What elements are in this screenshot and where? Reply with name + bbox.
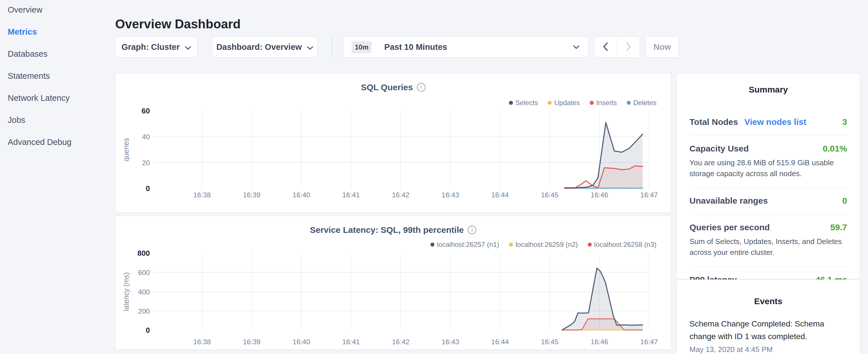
dashboard-dropdown[interactable]: Dashboard: Overview — [212, 37, 317, 58]
time-range-stepper — [594, 37, 640, 58]
summary-row-value: 3 — [842, 117, 847, 127]
events-list: Schema Change Completed: Schema change w… — [689, 318, 847, 354]
view-nodes-list-link[interactable]: View nodes list — [744, 117, 806, 127]
summary-row-capacity-used: Capacity Used0.01%You are using 28.6 MiB… — [689, 135, 847, 188]
sql-queries-plot: 16:3816:3916:4016:4116:4216:4316:4416:45… — [116, 73, 672, 213]
chevron-down-icon — [307, 42, 313, 52]
legend-dot-icon — [548, 101, 552, 105]
event-item[interactable]: Schema Change Completed: Schema change w… — [689, 318, 847, 354]
chart-legend: SelectsUpdatesInsertsDeletes — [509, 99, 657, 107]
sidebar-item-overview[interactable]: Overview — [8, 5, 72, 14]
legend-dot-icon — [509, 101, 513, 105]
svg-text:16:40: 16:40 — [292, 191, 310, 199]
legend-dot-icon — [590, 101, 594, 105]
event-text: Schema Change Completed: Schema change w… — [689, 318, 847, 343]
svg-text:0: 0 — [146, 184, 150, 193]
sidebar: OverviewMetricsDatabasesStatementsNetwor… — [8, 5, 72, 147]
legend-label: Selects — [516, 99, 538, 107]
previous-time-range-button[interactable] — [594, 37, 617, 57]
page-title: Overview Dashboard — [115, 17, 241, 31]
svg-text:16:38: 16:38 — [193, 191, 211, 199]
svg-text:40: 40 — [142, 133, 150, 141]
summary-row-unavailable-ranges: Unavailable ranges0 — [689, 188, 847, 214]
svg-text:16:39: 16:39 — [243, 191, 260, 199]
legend-label: Inserts — [596, 99, 617, 107]
svg-text:16:41: 16:41 — [342, 191, 360, 199]
graph-scope-dropdown[interactable]: Graph: Cluster — [115, 37, 197, 58]
graph-scope-dropdown-label: Graph: Cluster — [122, 42, 180, 52]
dashboard-dropdown-label: Dashboard: Overview — [216, 42, 302, 52]
legend-label: localhost:26259 (n2) — [516, 240, 578, 249]
service-latency-plot: 16:3816:3916:4016:4116:4216:4316:4416:45… — [116, 216, 672, 350]
svg-text:16:43: 16:43 — [442, 338, 459, 346]
summary-row-note: You are using 28.6 MiB of 515.9 GiB usab… — [689, 158, 847, 179]
toolbar-divider — [332, 37, 333, 58]
events-title: Events — [689, 280, 847, 306]
info-icon[interactable]: i — [468, 226, 476, 234]
sidebar-item-metrics[interactable]: Metrics — [8, 27, 72, 37]
summary-row-value: 59.7 — [831, 223, 847, 232]
sidebar-item-jobs[interactable]: Jobs — [8, 116, 72, 125]
now-button[interactable]: Now — [646, 37, 679, 58]
svg-text:queries: queries — [122, 138, 130, 162]
event-timestamp: May 13, 2020 at 4:45 PM — [689, 345, 847, 354]
chevron-right-icon — [626, 42, 631, 53]
summary-row-label: Unavailable ranges — [689, 196, 768, 206]
svg-text:16:44: 16:44 — [491, 338, 509, 346]
svg-text:16:38: 16:38 — [193, 338, 211, 346]
svg-text:16:39: 16:39 — [243, 338, 260, 346]
summary-panel: Summary Total NodesView nodes list3Capac… — [677, 73, 860, 279]
svg-text:16:42: 16:42 — [392, 191, 409, 199]
legend-item-deletes: Deletes — [627, 99, 656, 107]
summary-row-value: 0 — [842, 196, 847, 206]
chevron-down-icon — [573, 37, 580, 57]
next-time-range-button[interactable] — [617, 37, 640, 57]
chart-title: SQL Queries — [361, 83, 413, 92]
svg-text:16:41: 16:41 — [342, 338, 360, 346]
summary-row-label: Total Nodes — [689, 117, 738, 127]
summary-row-queries-per-second: Queries per second59.7Sum of Selects, Up… — [689, 214, 847, 266]
summary-row-total-nodes: Total NodesView nodes list3 — [689, 109, 847, 135]
legend-dot-icon — [509, 243, 513, 247]
sql-queries-chart-card: SQL Queries i SelectsUpdatesInsertsDelet… — [115, 73, 671, 213]
svg-text:20: 20 — [142, 159, 150, 167]
svg-text:200: 200 — [138, 307, 150, 315]
svg-text:800: 800 — [137, 249, 150, 257]
svg-text:16:45: 16:45 — [541, 338, 559, 346]
legend-label: Updates — [554, 99, 580, 107]
summary-rows: Total NodesView nodes list3Capacity Used… — [689, 109, 847, 293]
events-panel: Events Schema Change Completed: Schema c… — [677, 280, 860, 354]
svg-text:16:47: 16:47 — [640, 338, 658, 346]
time-range-label: Past 10 Minutes — [384, 42, 447, 52]
summary-title: Summary — [689, 73, 847, 95]
svg-text:16:47: 16:47 — [640, 191, 658, 199]
summary-row-note: Sum of Selects, Updates, Inserts, and De… — [689, 236, 847, 258]
legend-label: localhost:26258 (n3) — [594, 240, 656, 249]
svg-text:16:45: 16:45 — [541, 191, 559, 199]
sidebar-item-advanced-debug[interactable]: Advanced Debug — [8, 137, 72, 147]
legend-item-localhost-26258-n3: localhost:26258 (n3) — [588, 240, 656, 249]
info-icon[interactable]: i — [417, 83, 426, 92]
chevron-left-icon — [603, 42, 608, 53]
sidebar-item-statements[interactable]: Statements — [8, 71, 72, 81]
legend-dot-icon — [588, 243, 592, 247]
legend-label: localhost:26257 (n1) — [437, 240, 499, 249]
svg-text:60: 60 — [142, 106, 150, 115]
sidebar-item-network-latency[interactable]: Network Latency — [8, 93, 72, 103]
chart-title: Service Latency: SQL, 99th percentile — [310, 225, 464, 235]
legend-dot-icon — [430, 243, 434, 247]
legend-item-selects: Selects — [509, 99, 538, 107]
svg-text:16:40: 16:40 — [292, 338, 310, 346]
svg-text:16:44: 16:44 — [491, 191, 509, 199]
legend-item-updates: Updates — [548, 99, 580, 107]
legend-item-inserts: Inserts — [590, 99, 617, 107]
legend-dot-icon — [627, 101, 631, 105]
sidebar-item-databases[interactable]: Databases — [8, 49, 72, 59]
chevron-down-icon — [185, 42, 191, 52]
time-range-badge: 10m — [351, 41, 372, 53]
summary-row-label: Capacity Used — [689, 144, 749, 154]
legend-label: Deletes — [633, 99, 656, 107]
svg-text:16:46: 16:46 — [591, 338, 608, 346]
time-range-dropdown[interactable]: 10m Past 10 Minutes — [343, 37, 588, 58]
svg-text:600: 600 — [138, 269, 150, 277]
